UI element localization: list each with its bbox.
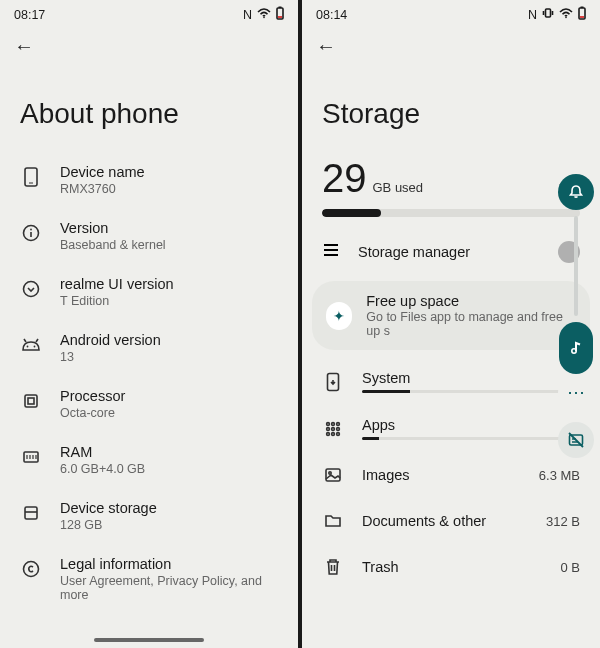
row-title: Device name [60, 164, 278, 180]
svg-rect-11 [25, 395, 37, 407]
category-list: SystemAppsImages6.3 MBDocuments & other3… [302, 358, 600, 590]
page-title: About phone [0, 60, 298, 152]
about-phone-screen: 08:17 N ← About phone Device nameRMX3760… [0, 0, 298, 648]
row-subtitle: 6.0 GB+4.0 GB [60, 462, 278, 476]
row-subtitle: RMX3760 [60, 182, 278, 196]
about-row-4[interactable]: ProcessorOcta-core [0, 376, 298, 432]
back-button[interactable]: ← [0, 27, 298, 60]
category-documents-other[interactable]: Documents & other312 B [302, 498, 600, 544]
row-title: Device storage [60, 500, 278, 516]
vibrate-icon [542, 7, 554, 22]
status-time: 08:14 [316, 8, 347, 22]
info-icon [20, 222, 42, 244]
svg-rect-2 [279, 7, 282, 9]
battery-low-icon [276, 6, 284, 23]
svg-rect-34 [326, 469, 340, 481]
volume-slider-track[interactable] [574, 216, 578, 316]
folder-icon [322, 510, 344, 532]
about-row-6[interactable]: Device storage128 GB [0, 488, 298, 544]
svg-rect-22 [324, 249, 338, 251]
row-subtitle: Octa-core [60, 406, 278, 420]
chip-icon [20, 390, 42, 412]
about-row-2[interactable]: realme UI versionT Edition [0, 264, 298, 320]
storage-manager-row[interactable]: Storage manager [302, 227, 600, 277]
svg-point-29 [332, 427, 335, 430]
status-bar: 08:14 N [302, 0, 600, 27]
about-row-7[interactable]: Legal informationUser Agreement, Privacy… [0, 544, 298, 614]
svg-rect-14 [25, 507, 37, 519]
row-title: Legal information [60, 556, 278, 572]
svg-point-33 [337, 432, 340, 435]
usage-bar [322, 209, 580, 217]
about-row-1[interactable]: VersionBaseband & kernel [0, 208, 298, 264]
category-size: 0 B [560, 560, 580, 575]
live-caption-button[interactable] [558, 422, 594, 458]
category-name: Images [362, 467, 410, 483]
status-bar: 08:17 N [0, 0, 298, 27]
chevron-down-circle-icon [20, 278, 42, 300]
category-apps[interactable]: Apps [302, 405, 600, 452]
gesture-pill[interactable] [94, 638, 204, 642]
category-name: System [362, 370, 410, 386]
used-value: 29 [322, 156, 367, 201]
volume-panel[interactable]: ⋯ [558, 174, 594, 458]
category-name: Trash [362, 559, 399, 575]
page-title: Storage [302, 60, 600, 152]
back-button[interactable]: ← [302, 27, 600, 60]
svg-point-15 [24, 562, 39, 577]
copyright-icon [20, 558, 42, 580]
row-title: realme UI version [60, 276, 278, 292]
svg-rect-3 [278, 16, 282, 18]
storage-manager-label: Storage manager [358, 244, 540, 260]
phone-icon [20, 166, 42, 188]
status-icons: N [243, 6, 284, 23]
category-size: 312 B [546, 514, 580, 529]
category-size: 6.3 MB [539, 468, 580, 483]
svg-rect-16 [546, 9, 551, 17]
storage-summary: 29 GB used 128 [302, 152, 600, 227]
wifi-icon [257, 8, 271, 22]
svg-rect-20 [580, 16, 584, 18]
android-icon [20, 334, 42, 356]
category-system[interactable]: System [302, 358, 600, 405]
category-bar [362, 390, 580, 393]
free-up-subtitle: Go to Files app to manage and free up s [366, 310, 576, 338]
row-title: Processor [60, 388, 278, 404]
svg-rect-23 [324, 254, 338, 256]
about-list: Device nameRMX3760VersionBaseband & kern… [0, 152, 298, 614]
apps-icon [322, 418, 344, 440]
category-bar [362, 437, 580, 440]
svg-point-30 [337, 427, 340, 430]
storage-icon [20, 502, 42, 524]
free-up-title: Free up space [366, 293, 576, 309]
battery-low-icon [578, 6, 586, 23]
row-subtitle: 128 GB [60, 518, 278, 532]
status-time: 08:17 [14, 8, 45, 22]
category-trash[interactable]: Trash0 B [302, 544, 600, 590]
volume-more-button[interactable]: ⋯ [558, 374, 594, 410]
row-title: Version [60, 220, 278, 236]
row-title: RAM [60, 444, 278, 460]
free-up-space-card[interactable]: ✦ Free up space Go to Files app to manag… [312, 281, 590, 350]
volume-slider-thumb[interactable] [559, 322, 593, 374]
category-name: Apps [362, 417, 395, 433]
svg-point-27 [337, 422, 340, 425]
svg-rect-21 [324, 244, 338, 246]
trash-icon [322, 556, 344, 578]
about-row-3[interactable]: Android version13 [0, 320, 298, 376]
about-row-0[interactable]: Device nameRMX3760 [0, 152, 298, 208]
svg-point-35 [329, 472, 331, 474]
row-subtitle: Baseband & kernel [60, 238, 278, 252]
ring-mode-button[interactable] [558, 174, 594, 210]
svg-point-32 [332, 432, 335, 435]
images-icon [322, 464, 344, 486]
sparkle-icon: ✦ [326, 302, 352, 330]
row-title: Android version [60, 332, 278, 348]
svg-point-31 [327, 432, 330, 435]
row-subtitle: T Edition [60, 294, 278, 308]
svg-rect-12 [28, 398, 34, 404]
category-images[interactable]: Images6.3 MB [302, 452, 600, 498]
about-row-5[interactable]: RAM6.0 GB+4.0 GB [0, 432, 298, 488]
svg-point-9 [27, 346, 29, 348]
back-arrow-icon: ← [316, 35, 336, 58]
